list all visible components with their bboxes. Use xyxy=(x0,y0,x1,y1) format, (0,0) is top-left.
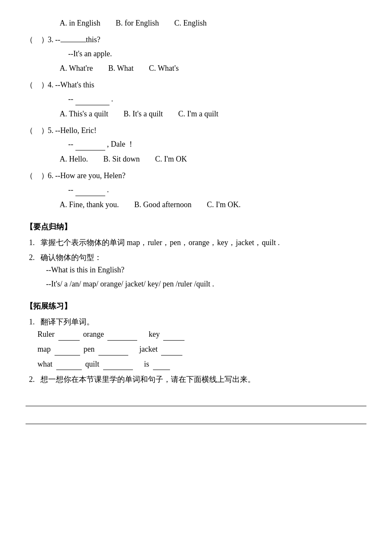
q4-blank[interactable] xyxy=(75,105,110,105)
q3-choice-a: A. What're xyxy=(60,64,93,72)
q5-blank[interactable] xyxy=(75,150,105,150)
q5-answer-line: -- , Dale ！ xyxy=(68,138,366,150)
summary-2-sub-2: --It's/ a /an/ map/ orange/ jacket/ key/… xyxy=(29,278,366,290)
q6-answer-suffix: . xyxy=(107,185,109,194)
word-row-1: Ruler orange key xyxy=(29,328,366,341)
q6-blank[interactable] xyxy=(75,196,105,196)
expand-item-2: 2. 想一想你在本节课里学的单词和句子，请在下面横线上写出来。 xyxy=(26,373,366,386)
summary-item-1: 1. 掌握七个表示物体的单词 map，ruler，pen，orange，key，… xyxy=(26,237,366,249)
word-ruler: Ruler xyxy=(37,330,55,338)
summary-2-text: 确认物体的句型： xyxy=(40,253,102,262)
summary-1-text: 掌握七个表示物体的单词 map，ruler，pen，orange，key，jac… xyxy=(40,238,280,247)
expand-item-1: 1. 翻译下列单词。 Ruler orange key map pen jack… xyxy=(26,316,366,370)
blank-map[interactable] xyxy=(55,355,80,356)
blank-ruler[interactable] xyxy=(58,340,80,341)
write-section xyxy=(26,394,366,424)
q3-choices: A. What're B. What C. What's xyxy=(60,62,366,75)
left-paren: （ xyxy=(26,34,32,46)
q4-line: （ ） 4. --What's this xyxy=(26,79,366,91)
word-key: key xyxy=(149,330,160,338)
blank-quilt[interactable] xyxy=(103,370,133,370)
q4-prefix: --What's this xyxy=(55,79,95,91)
q5-answer-suffix: , Dale ！ xyxy=(107,140,135,148)
question-4: （ ） 4. --What's this -- . A. This's a qu… xyxy=(26,79,366,120)
q4-choice-b: B. It's a quilt xyxy=(124,110,163,118)
expand-2-number: 2. xyxy=(29,375,35,384)
q6-choice-b: B. Good afternoon xyxy=(134,200,191,209)
q6-line: （ ） 6. --How are you, Helen? xyxy=(26,170,366,182)
q6-number: 6. xyxy=(48,170,54,182)
question-5: （ ） 5. --Hello, Eric! -- , Dale ！ A. Hel… xyxy=(26,124,366,165)
right-paren: ） xyxy=(41,124,48,137)
write-line-1[interactable] xyxy=(26,394,366,406)
blank-jacket[interactable] xyxy=(161,355,182,356)
q3-answer: --It's an apple. xyxy=(68,48,366,60)
word-orange: orange xyxy=(83,330,104,338)
q6-choice-a: A. Fine, thank you. xyxy=(60,200,119,209)
expand-section: 【拓展练习】 1. 翻译下列单词。 Ruler orange key map p… xyxy=(26,300,366,386)
choices-row: A. in English B. for English C. English xyxy=(60,17,366,29)
expand-1-number: 1. xyxy=(29,318,35,326)
word-jacket: jacket xyxy=(139,345,158,353)
right-paren: ） xyxy=(41,34,48,46)
answer-space xyxy=(32,170,41,182)
summary-2-sub-1: --What is this in English? xyxy=(29,264,366,276)
write-line-2[interactable] xyxy=(26,412,366,424)
q5-choices: A. Hello. B. Sit down C. I'm OK xyxy=(60,153,366,165)
left-paren: （ xyxy=(26,79,32,91)
q3-prefix: -- xyxy=(55,34,61,46)
word-row-2: map pen jacket xyxy=(29,343,366,356)
expand-1-text: 翻译下列单词。 xyxy=(40,318,94,326)
q3-suffix: this? xyxy=(86,34,101,46)
blank-orange[interactable] xyxy=(107,340,137,341)
blank-is[interactable] xyxy=(153,370,170,370)
word-what: what xyxy=(37,360,52,368)
q5-choice-b: B. Sit down xyxy=(104,155,140,163)
q6-choices: A. Fine, thank you. B. Good afternoon C.… xyxy=(60,199,366,211)
right-paren: ） xyxy=(41,170,48,182)
left-paren: （ xyxy=(26,124,32,137)
left-paren: （ xyxy=(26,170,32,182)
q6-answer-line: -- . xyxy=(68,184,366,196)
choice-b: B. for English xyxy=(116,19,159,27)
answer-space xyxy=(32,124,41,137)
q5-number: 5. xyxy=(48,124,54,137)
q6-choice-c: C. I'm OK. xyxy=(207,200,240,209)
q3-number: 3. xyxy=(48,34,54,46)
q5-answer-prefix: -- xyxy=(68,140,73,148)
blank-pen[interactable] xyxy=(98,355,128,356)
choice-c: C. English xyxy=(174,19,207,27)
q3-blank[interactable] xyxy=(61,42,86,42)
question-3: （ ） 3. -- this? --It's an apple. A. What… xyxy=(26,34,366,75)
expand-2-text: 想一想你在本节课里学的单词和句子，请在下面横线上写出来。 xyxy=(40,375,255,384)
answer-space xyxy=(32,34,41,46)
right-paren: ） xyxy=(41,79,48,91)
q3-line: （ ） 3. -- this? xyxy=(26,34,366,46)
q5-line: （ ） 5. --Hello, Eric! xyxy=(26,124,366,137)
q4-choice-a: A. This's a quilt xyxy=(60,110,108,118)
q4-choice-c: C. I'm a quilt xyxy=(178,110,218,118)
q2-choices: A. in English B. for English C. English xyxy=(26,17,366,29)
choice-a: A. in English xyxy=(60,19,101,27)
word-quilt: quilt xyxy=(85,360,99,368)
summary-section: 【要点归纳】 1. 掌握七个表示物体的单词 map，ruler，pen，oran… xyxy=(26,221,366,290)
blank-what[interactable] xyxy=(56,370,82,370)
q6-answer-prefix: -- xyxy=(68,185,73,194)
q4-choices: A. This's a quilt B. It's a quilt C. I'm… xyxy=(60,108,366,120)
answer-space xyxy=(32,79,41,91)
blank-key[interactable] xyxy=(163,340,184,341)
q5-choice-c: C. I'm OK xyxy=(155,155,187,163)
q5-text: --Hello, Eric! xyxy=(55,124,97,137)
q4-answer-line: -- . xyxy=(68,93,366,105)
word-row-3: what quilt is xyxy=(29,358,366,370)
q3-choice-b: B. What xyxy=(108,64,134,72)
summary-item-2: 2. 确认物体的句型： --What is this in English? -… xyxy=(26,251,366,290)
q5-choice-a: A. Hello. xyxy=(60,155,88,163)
expand-title: 【拓展练习】 xyxy=(26,300,366,312)
word-is: is xyxy=(144,360,149,368)
summary-title: 【要点归纳】 xyxy=(26,221,366,233)
summary-1-number: 1. xyxy=(29,238,35,247)
q6-text: --How are you, Helen? xyxy=(55,170,126,182)
question-6: （ ） 6. --How are you, Helen? -- . A. Fin… xyxy=(26,170,366,211)
q4-answer-suffix: . xyxy=(111,95,113,103)
